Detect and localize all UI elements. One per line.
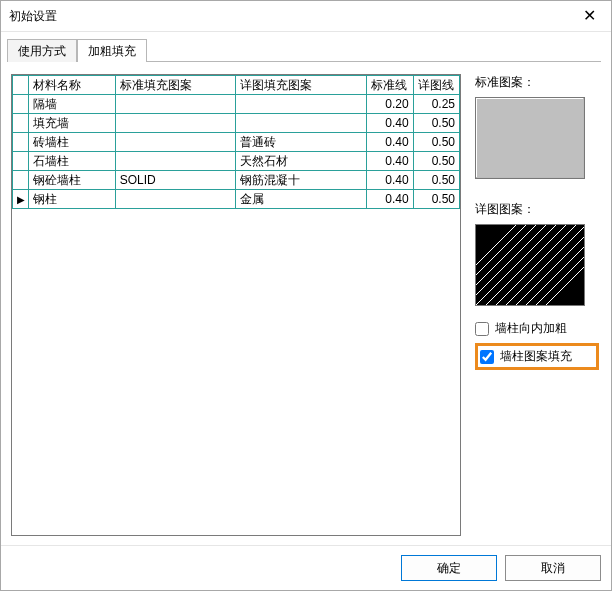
checkbox-inner-bold-input[interactable]	[475, 322, 489, 336]
tab-strip: 使用方式 加粗填充	[1, 38, 611, 62]
cell-std[interactable]: SOLID	[115, 171, 236, 190]
cell-std[interactable]	[115, 190, 236, 209]
hatch-icon	[476, 225, 584, 305]
cell-name[interactable]: 隔墙	[29, 95, 116, 114]
cell-name[interactable]: 钢砼墙柱	[29, 171, 116, 190]
cancel-button-label: 取消	[541, 560, 565, 577]
cell-sl[interactable]: 0.40	[367, 152, 413, 171]
table-row[interactable]: 钢砼墙柱SOLID钢筋混凝十0.400.50	[13, 171, 460, 190]
cell-det[interactable]: 钢筋混凝十	[236, 171, 367, 190]
cell-sl[interactable]: 0.40	[367, 133, 413, 152]
cell-det[interactable]: 金属	[236, 190, 367, 209]
dialog-footer: 确定 取消	[1, 545, 611, 590]
cell-name[interactable]: 填充墙	[29, 114, 116, 133]
cell-sl[interactable]: 0.40	[367, 114, 413, 133]
cell-name[interactable]: 钢柱	[29, 190, 116, 209]
row-marker-header	[13, 76, 29, 95]
titlebar: 初始设置 ✕	[1, 1, 611, 32]
svg-rect-0	[476, 225, 584, 305]
tab-bold-fill[interactable]: 加粗填充	[77, 39, 147, 62]
dialog-window: 初始设置 ✕ 使用方式 加粗填充	[0, 0, 612, 591]
cell-name[interactable]: 砖墙柱	[29, 133, 116, 152]
cell-det[interactable]: 普通砖	[236, 133, 367, 152]
col-std-pattern[interactable]: 标准填充图案	[115, 76, 236, 95]
checkbox-pattern-fill-input[interactable]	[480, 350, 494, 364]
row-marker	[13, 114, 29, 133]
cell-dl[interactable]: 0.50	[413, 152, 459, 171]
checkbox-pattern-fill[interactable]: 墙柱图案填充	[480, 348, 572, 365]
cell-sl[interactable]: 0.40	[367, 190, 413, 209]
cell-det[interactable]: 天然石材	[236, 152, 367, 171]
row-marker	[13, 171, 29, 190]
col-det-line[interactable]: 详图线	[413, 76, 459, 95]
row-marker	[13, 152, 29, 171]
cell-std[interactable]	[115, 152, 236, 171]
row-marker: ▶	[13, 190, 29, 209]
cell-dl[interactable]: 0.50	[413, 171, 459, 190]
ok-button[interactable]: 确定	[401, 555, 497, 581]
cell-std[interactable]	[115, 114, 236, 133]
cell-dl[interactable]: 0.50	[413, 114, 459, 133]
side-panel: 标准图案： 详图图案：	[475, 74, 599, 539]
table-row[interactable]: 隔墙0.200.25	[13, 95, 460, 114]
col-det-pattern[interactable]: 详图填充图案	[236, 76, 367, 95]
det-pattern-swatch[interactable]	[475, 224, 585, 306]
highlight-strikethrough-checkbox: 墙柱图案填充	[475, 343, 599, 370]
cell-dl[interactable]: 0.50	[413, 133, 459, 152]
cell-std[interactable]	[115, 133, 236, 152]
table-row[interactable]: 填充墙0.400.50	[13, 114, 460, 133]
cell-sl[interactable]: 0.40	[367, 171, 413, 190]
cell-sl[interactable]: 0.20	[367, 95, 413, 114]
close-icon: ✕	[583, 8, 596, 24]
ok-button-label: 确定	[437, 560, 461, 577]
table-row[interactable]: 石墙柱天然石材0.400.50	[13, 152, 460, 171]
tab-label: 加粗填充	[88, 43, 136, 60]
client-area: 材料名称 标准填充图案 详图填充图案 标准线 详图线 隔墙0.200.25填充墙…	[1, 62, 611, 545]
spacer	[475, 185, 599, 195]
checkbox-pattern-fill-label: 墙柱图案填充	[500, 348, 572, 365]
col-material-name[interactable]: 材料名称	[29, 76, 116, 95]
tab-label: 使用方式	[18, 43, 66, 60]
checkbox-inner-bold-label: 墙柱向内加粗	[495, 320, 567, 337]
table-row[interactable]: 砖墙柱普通砖0.400.50	[13, 133, 460, 152]
cell-det[interactable]	[236, 95, 367, 114]
close-button[interactable]: ✕	[567, 1, 611, 31]
table-header-row: 材料名称 标准填充图案 详图填充图案 标准线 详图线	[13, 76, 460, 95]
material-table-container[interactable]: 材料名称 标准填充图案 详图填充图案 标准线 详图线 隔墙0.200.25填充墙…	[11, 74, 461, 536]
std-pattern-label: 标准图案：	[475, 74, 599, 91]
col-std-line[interactable]: 标准线	[367, 76, 413, 95]
det-pattern-label: 详图图案：	[475, 201, 599, 218]
cell-det[interactable]	[236, 114, 367, 133]
std-pattern-swatch[interactable]	[475, 97, 585, 179]
table-row[interactable]: ▶钢柱金属0.400.50	[13, 190, 460, 209]
material-table: 材料名称 标准填充图案 详图填充图案 标准线 详图线 隔墙0.200.25填充墙…	[12, 75, 460, 209]
checkbox-inner-bold[interactable]: 墙柱向内加粗	[475, 320, 599, 337]
cell-dl[interactable]: 0.50	[413, 190, 459, 209]
tab-usage[interactable]: 使用方式	[7, 39, 77, 62]
cell-std[interactable]	[115, 95, 236, 114]
cell-dl[interactable]: 0.25	[413, 95, 459, 114]
row-marker	[13, 133, 29, 152]
current-row-icon: ▶	[17, 194, 25, 205]
cancel-button[interactable]: 取消	[505, 555, 601, 581]
window-title: 初始设置	[9, 8, 567, 25]
row-marker	[13, 95, 29, 114]
cell-name[interactable]: 石墙柱	[29, 152, 116, 171]
